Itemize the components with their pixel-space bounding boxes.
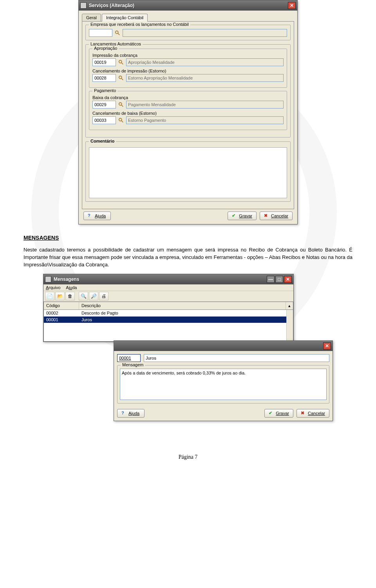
- toolbar-preview-icon[interactable]: 🔎: [89, 292, 98, 300]
- close-icon[interactable]: ✕: [323, 342, 331, 349]
- gravar-button[interactable]: ✔ Gravar: [264, 409, 293, 418]
- ajuda-label: Ajuda: [95, 213, 106, 218]
- window-icon: [45, 276, 51, 282]
- cancel-impressao-desc-display: [126, 74, 284, 82]
- apropriacao-legend: Apropriação: [92, 46, 119, 51]
- impressao-cobranca-label: Impressão da cobrança: [92, 53, 284, 58]
- baixa-label: Baixa da cobrança: [92, 95, 284, 100]
- grid-cell-desc: Juros: [79, 317, 293, 323]
- cancel-baixa-code-input[interactable]: [92, 116, 116, 124]
- close-icon[interactable]: ✕: [288, 2, 296, 9]
- empresa-groupbox: Empresa que receberá os lançamentos no C…: [85, 25, 291, 40]
- comentario-groupbox: Comentário: [85, 141, 291, 202]
- cancel-icon: ✖: [264, 213, 269, 219]
- lancamentos-groupbox: Lançamentos Automáticos Apropriação Impr…: [85, 44, 291, 138]
- empresa-code-input[interactable]: [89, 29, 112, 37]
- cancelar-button[interactable]: ✖ Cancelar: [296, 409, 329, 418]
- edit-code-input[interactable]: [117, 354, 141, 362]
- ajuda-label: Ajuda: [128, 411, 139, 416]
- toolbar-open-icon[interactable]: 📂: [55, 292, 65, 300]
- grid-header-codigo[interactable]: Código: [44, 302, 79, 309]
- edit-titlebar: ✕: [114, 341, 333, 351]
- servicos-title: Serviços (Alteração): [89, 3, 286, 8]
- toolbar-print-icon[interactable]: 🖨: [99, 292, 108, 300]
- svg-line-1: [118, 33, 119, 35]
- svg-point-8: [119, 118, 122, 121]
- cancelar-button[interactable]: ✖ Cancelar: [260, 212, 293, 220]
- grid-row[interactable]: 00002 Desconto de Pagto: [44, 310, 293, 317]
- empresa-legend: Empresa que receberá os lançamentos no C…: [89, 22, 190, 27]
- svg-line-9: [121, 121, 123, 122]
- search-icon[interactable]: [118, 101, 125, 108]
- svg-line-3: [121, 63, 123, 64]
- tab-integracao-contabil[interactable]: Integração Contábil: [102, 14, 148, 22]
- mensagem-legend: Mensagem: [121, 362, 145, 367]
- grid-scrollbar[interactable]: [286, 310, 293, 341]
- minimize-icon[interactable]: —: [267, 276, 275, 283]
- window-icon: [80, 2, 87, 9]
- grid-header-descricao[interactable]: Descrição: [79, 302, 286, 309]
- grid-cell-code: 00001: [44, 317, 79, 323]
- apropriacao-groupbox: Apropriação Impressão da cobrança Cancel…: [89, 49, 287, 88]
- search-icon[interactable]: [118, 117, 125, 124]
- cancel-impressao-label: Cancelamento de impressão (Estorno): [92, 69, 284, 73]
- ajuda-button[interactable]: ? Ajuda: [83, 212, 111, 220]
- mensagem-textarea[interactable]: [120, 369, 327, 400]
- gravar-button[interactable]: ✔ Gravar: [228, 212, 257, 220]
- help-icon: ?: [121, 411, 127, 416]
- grid-row[interactable]: 00001 Juros: [44, 317, 293, 323]
- grid-cell-code: 00002: [44, 310, 79, 316]
- mensagens-title: Mensagens: [54, 277, 264, 282]
- empresa-desc-display: [123, 29, 287, 37]
- baixa-desc-display: [126, 101, 284, 109]
- mensagens-grid: Código Descrição ▴ 00002 Desconto de Pag…: [43, 302, 293, 342]
- mensagem-groupbox: Mensagem: [117, 365, 329, 403]
- comentario-textarea[interactable]: [89, 147, 287, 198]
- impressao-code-input[interactable]: [92, 58, 116, 66]
- search-icon[interactable]: [118, 74, 125, 81]
- search-icon[interactable]: [114, 29, 121, 36]
- gravar-label: Gravar: [276, 411, 289, 416]
- comentario-legend: Comentário: [89, 139, 116, 143]
- cancel-impressao-code-input[interactable]: [92, 74, 116, 82]
- check-icon: ✔: [232, 213, 237, 219]
- search-icon[interactable]: [118, 59, 125, 66]
- svg-point-2: [119, 60, 122, 63]
- mensagens-heading: MENSAGENS: [24, 235, 352, 241]
- toolbar-search-icon[interactable]: 🔍: [79, 292, 88, 300]
- close-icon[interactable]: ✕: [284, 276, 292, 283]
- cancelar-label: Cancelar: [271, 213, 288, 218]
- pagamento-legend: Pagamento: [92, 88, 118, 93]
- grid-cell-desc: Desconto de Pagto: [79, 310, 293, 316]
- menu-ajuda[interactable]: Ajuda: [66, 285, 77, 290]
- toolbar-delete-icon[interactable]: 🗑: [65, 292, 75, 300]
- menu-arquivo[interactable]: Arquivo: [46, 285, 60, 290]
- svg-line-7: [121, 105, 123, 107]
- pagamento-groupbox: Pagamento Baixa da cobrança Cancelamento…: [89, 91, 287, 130]
- check-icon: ✔: [269, 411, 274, 416]
- impressao-desc-display: [126, 58, 284, 66]
- gravar-label: Gravar: [239, 213, 252, 218]
- scroll-up-icon[interactable]: ▴: [286, 302, 293, 309]
- page-footer: Página 7: [24, 454, 352, 460]
- cancel-baixa-desc-display: [126, 116, 284, 124]
- cancel-baixa-label: Cancelamento de baixa (Estorno): [92, 111, 284, 116]
- toolbar-new-icon[interactable]: 📄: [45, 292, 54, 300]
- maximize-icon[interactable]: □: [275, 276, 283, 283]
- edit-desc-input[interactable]: [144, 354, 329, 362]
- svg-point-0: [116, 31, 118, 34]
- ajuda-button[interactable]: ? Ajuda: [117, 409, 145, 418]
- cancel-icon: ✖: [301, 411, 306, 416]
- svg-point-4: [119, 76, 122, 79]
- servicos-titlebar: Serviços (Alteração) ✕: [79, 0, 297, 11]
- mensagem-edit-dialog: ✕ Mensagem ? Ajuda: [114, 340, 333, 421]
- cancelar-label: Cancelar: [308, 411, 325, 416]
- help-icon: ?: [88, 213, 93, 219]
- mensagens-titlebar: Mensagens — □ ✕: [43, 274, 293, 284]
- servicos-dialog: Serviços (Alteração) ✕ Geral Integração …: [78, 0, 298, 224]
- mensagens-paragraph: Neste cadastrado teremos a possibilidade…: [24, 246, 352, 269]
- mensagens-window: Mensagens — □ ✕ Arquivo Ajuda 📄 📂 🗑 🔍 🔎 …: [43, 274, 294, 342]
- svg-line-5: [121, 78, 123, 80]
- baixa-code-input[interactable]: [92, 101, 116, 109]
- tab-geral[interactable]: Geral: [82, 14, 101, 22]
